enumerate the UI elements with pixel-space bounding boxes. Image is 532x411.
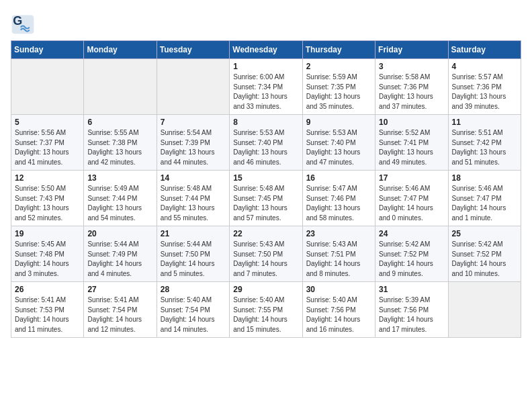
cell-info: Sunrise: 5:51 AMSunset: 7:42 PMDaylight:…: [452, 128, 517, 167]
calendar-cell: 14Sunrise: 5:48 AMSunset: 7:44 PMDayligh…: [157, 171, 229, 226]
day-number: 16: [306, 173, 371, 183]
calendar-cell: 25Sunrise: 5:42 AMSunset: 7:52 PMDayligh…: [448, 226, 521, 282]
day-number: 4: [452, 62, 517, 71]
calendar-cell: [448, 282, 521, 338]
weekday-header: Sunday: [11, 41, 84, 59]
calendar-cell: 17Sunrise: 5:46 AMSunset: 7:47 PMDayligh…: [375, 171, 448, 226]
cell-info: Sunrise: 5:45 AMSunset: 7:48 PMDaylight:…: [15, 240, 80, 279]
day-number: 14: [161, 173, 226, 183]
cell-info: Sunrise: 5:43 AMSunset: 7:50 PMDaylight:…: [233, 240, 298, 279]
calendar-week-row: 1Sunrise: 6:00 AMSunset: 7:34 PMDaylight…: [11, 59, 521, 115]
cell-info: Sunrise: 5:44 AMSunset: 7:50 PMDaylight:…: [161, 240, 226, 279]
day-number: 18: [452, 173, 517, 183]
cell-info: Sunrise: 5:46 AMSunset: 7:47 PMDaylight:…: [452, 184, 517, 223]
day-number: 31: [379, 285, 444, 294]
calendar-cell: 18Sunrise: 5:46 AMSunset: 7:47 PMDayligh…: [448, 171, 521, 226]
day-number: 3: [379, 62, 444, 71]
calendar-cell: 9Sunrise: 5:53 AMSunset: 7:40 PMDaylight…: [302, 115, 375, 171]
calendar-week-row: 26Sunrise: 5:41 AMSunset: 7:53 PMDayligh…: [11, 282, 521, 338]
calendar-cell: 2Sunrise: 5:59 AMSunset: 7:35 PMDaylight…: [302, 59, 375, 115]
calendar-cell: 11Sunrise: 5:51 AMSunset: 7:42 PMDayligh…: [448, 115, 521, 171]
day-number: 21: [161, 229, 226, 238]
cell-info: Sunrise: 5:58 AMSunset: 7:36 PMDaylight:…: [379, 73, 444, 111]
cell-info: Sunrise: 5:43 AMSunset: 7:51 PMDaylight:…: [306, 240, 371, 279]
calendar-cell: 22Sunrise: 5:43 AMSunset: 7:50 PMDayligh…: [230, 226, 302, 282]
calendar-table: SundayMondayTuesdayWednesdayThursdayFrid…: [11, 40, 521, 338]
day-number: 2: [306, 62, 371, 71]
calendar-week-row: 5Sunrise: 5:56 AMSunset: 7:37 PMDaylight…: [11, 115, 521, 171]
weekday-header: Tuesday: [157, 41, 229, 59]
day-number: 19: [15, 229, 80, 238]
day-number: 26: [15, 285, 80, 294]
calendar-cell: 6Sunrise: 5:55 AMSunset: 7:38 PMDaylight…: [84, 115, 157, 171]
calendar-cell: [11, 59, 84, 115]
day-number: 25: [452, 229, 517, 238]
day-number: 5: [15, 118, 80, 127]
calendar-cell: 10Sunrise: 5:52 AMSunset: 7:41 PMDayligh…: [375, 115, 448, 171]
weekday-header: Friday: [375, 41, 448, 59]
calendar-cell: 26Sunrise: 5:41 AMSunset: 7:53 PMDayligh…: [11, 282, 84, 338]
cell-info: Sunrise: 5:54 AMSunset: 7:39 PMDaylight:…: [161, 128, 226, 167]
calendar-cell: 5Sunrise: 5:56 AMSunset: 7:37 PMDaylight…: [11, 115, 84, 171]
day-number: 12: [15, 173, 80, 183]
day-number: 13: [87, 173, 152, 183]
cell-info: Sunrise: 5:48 AMSunset: 7:45 PMDaylight:…: [233, 184, 298, 223]
day-number: 29: [233, 285, 298, 294]
cell-info: Sunrise: 5:42 AMSunset: 7:52 PMDaylight:…: [452, 240, 517, 279]
calendar-cell: 21Sunrise: 5:44 AMSunset: 7:50 PMDayligh…: [157, 226, 229, 282]
day-number: 24: [379, 229, 444, 238]
day-number: 11: [452, 118, 517, 127]
day-number: 6: [87, 118, 152, 127]
day-number: 10: [379, 118, 444, 127]
weekday-header: Wednesday: [230, 41, 302, 59]
calendar-cell: 31Sunrise: 5:39 AMSunset: 7:56 PMDayligh…: [375, 282, 448, 338]
cell-info: Sunrise: 5:40 AMSunset: 7:56 PMDaylight:…: [306, 295, 371, 334]
calendar-cell: 27Sunrise: 5:41 AMSunset: 7:54 PMDayligh…: [84, 282, 157, 338]
day-number: 30: [306, 285, 371, 294]
calendar-cell: 3Sunrise: 5:58 AMSunset: 7:36 PMDaylight…: [375, 59, 448, 115]
cell-info: Sunrise: 5:39 AMSunset: 7:56 PMDaylight:…: [379, 295, 444, 334]
cell-info: Sunrise: 5:44 AMSunset: 7:49 PMDaylight:…: [87, 240, 152, 279]
cell-info: Sunrise: 5:48 AMSunset: 7:44 PMDaylight:…: [161, 184, 226, 223]
day-number: 17: [379, 173, 444, 183]
weekday-header: Saturday: [448, 41, 521, 59]
cell-info: Sunrise: 5:41 AMSunset: 7:54 PMDaylight:…: [87, 295, 152, 334]
calendar-week-row: 12Sunrise: 5:50 AMSunset: 7:43 PMDayligh…: [11, 171, 521, 226]
calendar-cell: 29Sunrise: 5:40 AMSunset: 7:55 PMDayligh…: [230, 282, 302, 338]
cell-info: Sunrise: 5:40 AMSunset: 7:54 PMDaylight:…: [161, 295, 226, 334]
page-header: G: [11, 11, 521, 35]
calendar-cell: 24Sunrise: 5:42 AMSunset: 7:52 PMDayligh…: [375, 226, 448, 282]
day-number: 8: [233, 118, 298, 127]
calendar-cell: 7Sunrise: 5:54 AMSunset: 7:39 PMDaylight…: [157, 115, 229, 171]
day-number: 23: [306, 229, 371, 238]
day-number: 15: [233, 173, 298, 183]
day-number: 7: [161, 118, 226, 127]
svg-text:G: G: [13, 14, 22, 28]
cell-info: Sunrise: 5:42 AMSunset: 7:52 PMDaylight:…: [379, 240, 444, 279]
calendar-header: SundayMondayTuesdayWednesdayThursdayFrid…: [11, 41, 521, 59]
calendar-cell: 28Sunrise: 5:40 AMSunset: 7:54 PMDayligh…: [157, 282, 229, 338]
weekday-header: Thursday: [302, 41, 375, 59]
calendar-cell: 23Sunrise: 5:43 AMSunset: 7:51 PMDayligh…: [302, 226, 375, 282]
calendar-cell: 13Sunrise: 5:49 AMSunset: 7:44 PMDayligh…: [84, 171, 157, 226]
calendar-cell: 15Sunrise: 5:48 AMSunset: 7:45 PMDayligh…: [230, 171, 302, 226]
cell-info: Sunrise: 5:59 AMSunset: 7:35 PMDaylight:…: [306, 73, 371, 111]
day-number: 1: [233, 62, 298, 71]
cell-info: Sunrise: 5:47 AMSunset: 7:46 PMDaylight:…: [306, 184, 371, 223]
calendar-week-row: 19Sunrise: 5:45 AMSunset: 7:48 PMDayligh…: [11, 226, 521, 282]
calendar-cell: 20Sunrise: 5:44 AMSunset: 7:49 PMDayligh…: [84, 226, 157, 282]
cell-info: Sunrise: 5:40 AMSunset: 7:55 PMDaylight:…: [233, 295, 298, 334]
cell-info: Sunrise: 5:57 AMSunset: 7:36 PMDaylight:…: [452, 73, 517, 111]
weekday-header: Monday: [84, 41, 157, 59]
day-number: 22: [233, 229, 298, 238]
calendar-cell: [157, 59, 229, 115]
cell-info: Sunrise: 5:46 AMSunset: 7:47 PMDaylight:…: [379, 184, 444, 223]
calendar-cell: 30Sunrise: 5:40 AMSunset: 7:56 PMDayligh…: [302, 282, 375, 338]
cell-info: Sunrise: 5:53 AMSunset: 7:40 PMDaylight:…: [233, 128, 298, 167]
day-number: 20: [87, 229, 152, 238]
cell-info: Sunrise: 5:49 AMSunset: 7:44 PMDaylight:…: [87, 184, 152, 223]
cell-info: Sunrise: 5:50 AMSunset: 7:43 PMDaylight:…: [15, 184, 80, 223]
day-number: 27: [87, 285, 152, 294]
cell-info: Sunrise: 5:55 AMSunset: 7:38 PMDaylight:…: [87, 128, 152, 167]
calendar-cell: 16Sunrise: 5:47 AMSunset: 7:46 PMDayligh…: [302, 171, 375, 226]
